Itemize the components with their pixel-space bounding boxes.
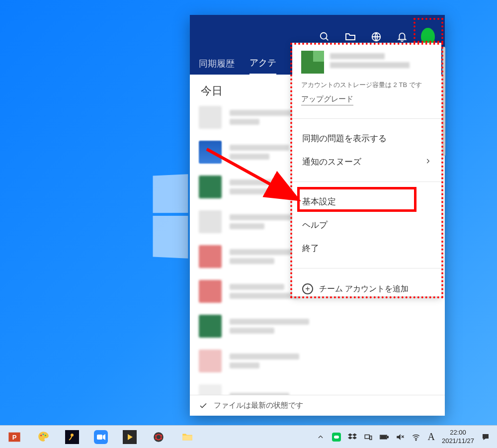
svg-marker-29 bbox=[352, 436, 357, 439]
tab-activity[interactable]: アクテ bbox=[249, 57, 276, 75]
list-item[interactable] bbox=[199, 382, 436, 395]
menu-label: 同期の問題を表示する bbox=[302, 133, 387, 144]
svg-point-11 bbox=[71, 434, 74, 437]
upgrade-link[interactable]: アップグレード bbox=[301, 94, 353, 105]
taskbar-powerpoint-icon[interactable]: P bbox=[7, 430, 22, 445]
svg-rect-34 bbox=[381, 436, 387, 438]
check-icon bbox=[199, 401, 208, 410]
menu-label: 基本設定 bbox=[302, 196, 336, 207]
tray-device-icon[interactable] bbox=[364, 433, 373, 442]
tray-line-icon[interactable] bbox=[332, 433, 341, 442]
svg-rect-13 bbox=[97, 435, 102, 440]
menu-preferences[interactable]: 基本設定 bbox=[292, 190, 441, 213]
svg-marker-28 bbox=[348, 436, 352, 439]
taskbar-file-explorer-icon[interactable] bbox=[180, 430, 195, 445]
chevron-right-icon bbox=[424, 157, 431, 167]
taskbar-app2-icon[interactable] bbox=[122, 430, 137, 445]
menu-add-team-account[interactable]: + チーム アカウントを追加 bbox=[292, 276, 441, 301]
svg-rect-25 bbox=[334, 436, 339, 439]
svg-text:P: P bbox=[12, 433, 17, 441]
tray-action-center-icon[interactable] bbox=[481, 433, 490, 442]
svg-point-8 bbox=[42, 434, 44, 435]
footer-status-text: ファイルは最新の状態です bbox=[214, 401, 303, 410]
svg-rect-23 bbox=[182, 435, 192, 440]
taskbar-clock[interactable]: 22:00 2021/11/27 bbox=[442, 429, 474, 445]
svg-marker-35 bbox=[397, 434, 401, 440]
svg-rect-31 bbox=[370, 436, 372, 440]
plus-circle-icon: + bbox=[302, 283, 313, 294]
svg-point-19 bbox=[155, 435, 157, 436]
tray-wifi-icon[interactable] bbox=[412, 433, 420, 442]
list-item[interactable] bbox=[199, 347, 436, 375]
taskbar: P A 22:00 2021/11/27 bbox=[0, 425, 497, 448]
menu-snooze-notifications[interactable]: 通知のスヌーズ bbox=[292, 150, 441, 174]
svg-point-7 bbox=[40, 435, 42, 436]
svg-point-9 bbox=[45, 435, 46, 436]
account-storage-text: アカウントのストレージ容量は 2 TB です bbox=[301, 81, 432, 90]
svg-point-38 bbox=[416, 440, 417, 441]
tray-ime-indicator[interactable]: A bbox=[427, 433, 434, 442]
menu-label: ヘルプ bbox=[302, 219, 328, 231]
dropbox-footer: ファイルは最新の状態です bbox=[190, 395, 445, 416]
account-user-row bbox=[301, 51, 432, 74]
svg-line-1 bbox=[326, 38, 329, 41]
account-menu: アカウントのストレージ容量は 2 TB です アップグレード 同期の問題を表示す… bbox=[292, 43, 441, 296]
bell-icon[interactable] bbox=[395, 30, 409, 44]
svg-rect-10 bbox=[65, 430, 79, 444]
svg-marker-26 bbox=[348, 433, 352, 436]
menu-show-sync-issues[interactable]: 同期の問題を表示する bbox=[292, 127, 441, 150]
folder-icon[interactable] bbox=[343, 30, 357, 44]
tray-battery-icon[interactable] bbox=[380, 433, 389, 442]
svg-rect-33 bbox=[387, 436, 388, 438]
svg-point-17 bbox=[154, 432, 164, 442]
tray-chevron-up-icon[interactable] bbox=[316, 433, 325, 442]
taskbar-time: 22:00 bbox=[442, 429, 474, 437]
svg-point-22 bbox=[161, 438, 162, 439]
menu-label: 終了 bbox=[302, 243, 319, 254]
svg-point-21 bbox=[155, 438, 157, 439]
globe-icon[interactable] bbox=[369, 30, 383, 44]
taskbar-zoom-icon[interactable] bbox=[93, 430, 108, 445]
svg-point-20 bbox=[161, 435, 162, 436]
svg-point-0 bbox=[321, 33, 327, 39]
tray-volume-mute-icon[interactable] bbox=[396, 433, 405, 442]
svg-rect-30 bbox=[365, 435, 370, 439]
svg-marker-27 bbox=[352, 433, 357, 436]
taskbar-date: 2021/11/27 bbox=[442, 437, 474, 445]
menu-quit[interactable]: 終了 bbox=[292, 237, 441, 260]
taskbar-app-icon[interactable] bbox=[65, 430, 80, 445]
search-icon[interactable] bbox=[318, 30, 331, 44]
taskbar-paint-icon[interactable] bbox=[36, 430, 51, 445]
user-avatar-square bbox=[301, 51, 324, 74]
avatar[interactable] bbox=[421, 30, 435, 44]
list-item[interactable] bbox=[199, 312, 436, 340]
menu-label: 通知のスヌーズ bbox=[302, 156, 361, 168]
tray-dropbox-icon[interactable] bbox=[348, 433, 357, 442]
menu-help[interactable]: ヘルプ bbox=[292, 213, 441, 237]
taskbar-app3-icon[interactable] bbox=[151, 430, 166, 445]
menu-label: チーム アカウントを追加 bbox=[319, 284, 409, 294]
tab-sync-history[interactable]: 同期履歴 bbox=[199, 58, 235, 75]
